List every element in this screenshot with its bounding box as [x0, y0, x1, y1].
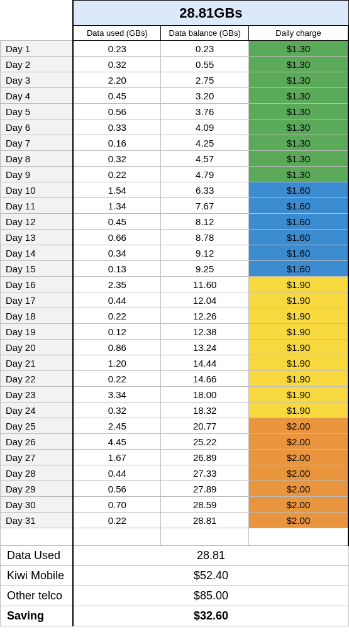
- data-used: 0.16: [73, 135, 161, 151]
- data-used: 0.44: [73, 465, 161, 481]
- table-row: Day 264.4525.22$2.00: [1, 434, 349, 450]
- daily-charge: $2.00: [248, 418, 348, 434]
- table-row: Day 233.3418.00$1.90: [1, 387, 349, 402]
- data-used: 0.56: [73, 481, 161, 497]
- day-label: Day 10: [1, 182, 74, 198]
- table-row: Day 40.453.20$1.30: [1, 88, 349, 104]
- day-label: Day 19: [1, 324, 74, 340]
- daily-charge: $2.00: [248, 434, 348, 450]
- data-balance: 3.20: [161, 88, 249, 104]
- table-row: Day 180.2212.26$1.90: [1, 308, 349, 324]
- data-used: 1.54: [73, 182, 161, 198]
- daily-charge: $1.90: [248, 402, 348, 418]
- data-used: 0.32: [73, 402, 161, 418]
- data-used: 0.22: [73, 371, 161, 387]
- day-label: Day 7: [1, 135, 74, 151]
- data-used: 0.23: [73, 41, 161, 57]
- usage-table: 28.81GBsData used (GBs)Data balance (GBs…: [0, 0, 349, 626]
- daily-charge: $1.90: [248, 371, 348, 387]
- daily-charge: $1.60: [248, 245, 348, 261]
- day-label: Day 18: [1, 308, 74, 324]
- table-row: Day 200.8613.24$1.90: [1, 340, 349, 355]
- blank-cell: [1, 1, 74, 26]
- daily-charge: $1.30: [248, 119, 348, 135]
- daily-charge: $1.30: [248, 104, 348, 119]
- data-balance: 14.66: [161, 371, 249, 387]
- summary-row: Data Used28.81: [1, 546, 349, 566]
- data-used: 1.20: [73, 355, 161, 371]
- daily-charge: $1.30: [248, 167, 348, 182]
- daily-charge: $1.90: [248, 387, 348, 402]
- table-row: Day 101.546.33$1.60: [1, 182, 349, 198]
- table-row: Day 300.7028.59$2.00: [1, 497, 349, 513]
- blank-cell: [161, 528, 249, 546]
- data-balance: 27.33: [161, 465, 249, 481]
- summary-value: $85.00: [73, 586, 348, 606]
- data-used: 0.12: [73, 324, 161, 340]
- table-row: Day 190.1212.38$1.90: [1, 324, 349, 340]
- data-balance: 18.00: [161, 387, 249, 402]
- daily-charge: $1.30: [248, 57, 348, 72]
- data-used: 0.32: [73, 151, 161, 167]
- data-used: 0.56: [73, 104, 161, 119]
- table-row: Day 20.320.55$1.30: [1, 57, 349, 72]
- summary-row: Kiwi Mobile$52.40: [1, 566, 349, 586]
- data-used: 0.45: [73, 214, 161, 230]
- data-used: 1.67: [73, 450, 161, 465]
- data-used: 0.22: [73, 308, 161, 324]
- daily-charge: $1.30: [248, 135, 348, 151]
- data-used: 0.44: [73, 292, 161, 308]
- data-used: 0.22: [73, 513, 161, 528]
- data-balance: 3.76: [161, 104, 249, 119]
- day-label: Day 28: [1, 465, 74, 481]
- table-row: Day 220.2214.66$1.90: [1, 371, 349, 387]
- day-label: Day 1: [1, 41, 74, 57]
- data-balance: 8.12: [161, 214, 249, 230]
- data-used: 1.34: [73, 198, 161, 214]
- data-balance: 18.32: [161, 402, 249, 418]
- day-label: Day 26: [1, 434, 74, 450]
- table-row: Day 130.668.78$1.60: [1, 230, 349, 245]
- table-row: Day 240.3218.32$1.90: [1, 402, 349, 418]
- summary-row: Other telco$85.00: [1, 586, 349, 606]
- data-used: 0.66: [73, 230, 161, 245]
- summary-value: $32.60: [73, 606, 348, 626]
- table-row: Day 90.224.79$1.30: [1, 167, 349, 182]
- daily-charge: $2.00: [248, 450, 348, 465]
- day-label: Day 21: [1, 355, 74, 371]
- data-balance: 13.24: [161, 340, 249, 355]
- day-label: Day 5: [1, 104, 74, 119]
- day-label: Day 3: [1, 72, 74, 88]
- blank-cell: [248, 528, 348, 546]
- blank-row: [1, 528, 349, 546]
- data-used: 0.13: [73, 261, 161, 277]
- daily-charge: $2.00: [248, 465, 348, 481]
- title-row: 28.81GBs: [1, 1, 349, 26]
- table-row: Day 271.6726.89$2.00: [1, 450, 349, 465]
- data-balance: 4.79: [161, 167, 249, 182]
- blank-cell: [1, 528, 74, 546]
- data-balance: 9.12: [161, 245, 249, 261]
- day-label: Day 22: [1, 371, 74, 387]
- table-row: Day 120.458.12$1.60: [1, 214, 349, 230]
- day-label: Day 23: [1, 387, 74, 402]
- daily-charge: $1.90: [248, 340, 348, 355]
- daily-charge: $1.30: [248, 151, 348, 167]
- day-label: Day 4: [1, 88, 74, 104]
- day-label: Day 6: [1, 119, 74, 135]
- day-label: Day 15: [1, 261, 74, 277]
- data-balance: 27.89: [161, 481, 249, 497]
- day-label: Day 14: [1, 245, 74, 261]
- day-label: Day 31: [1, 513, 74, 528]
- data-balance: 11.60: [161, 277, 249, 292]
- table-row: Day 80.324.57$1.30: [1, 151, 349, 167]
- col-header-used: Data used (GBs): [73, 26, 161, 41]
- table-heading: 28.81GBs: [73, 1, 348, 26]
- data-balance: 2.75: [161, 72, 249, 88]
- daily-charge: $1.30: [248, 72, 348, 88]
- summary-label: Kiwi Mobile: [1, 566, 74, 586]
- daily-charge: $1.30: [248, 88, 348, 104]
- table-row: Day 60.334.09$1.30: [1, 119, 349, 135]
- col-header-balance: Data balance (GBs): [161, 26, 249, 41]
- data-balance: 28.81: [161, 513, 249, 528]
